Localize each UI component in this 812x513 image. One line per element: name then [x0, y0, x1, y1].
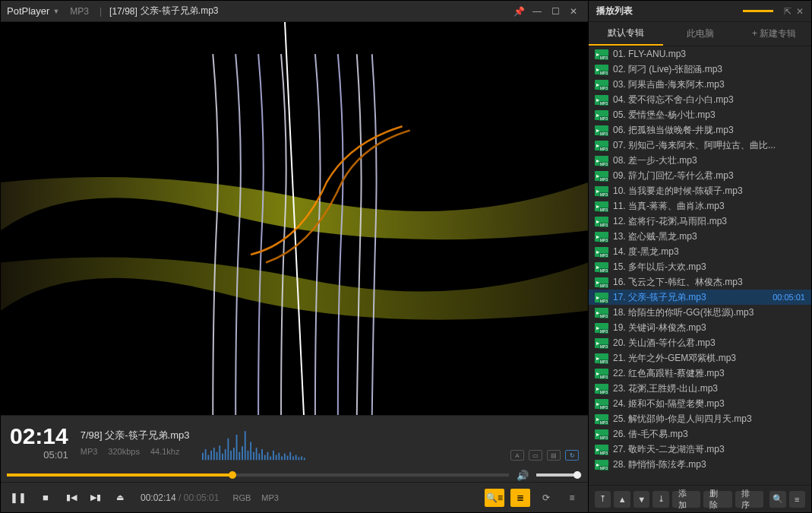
add-button[interactable]: 添加 [672, 491, 700, 508]
playlist-item[interactable]: 15. 多年以后-大欢.mp3 [589, 259, 811, 274]
svg-rect-15 [239, 452, 240, 460]
tab-default-album[interactable]: 默认专辑 [589, 22, 663, 46]
playlist-item[interactable]: 26. 借-毛不易.mp3 [589, 426, 811, 442]
svg-rect-37 [301, 457, 302, 461]
info-badge-x[interactable]: ▤ [547, 450, 561, 461]
playlist-item-label: 10. 当我要走的时候-陈硕子.mp3 [613, 185, 805, 198]
mp3-icon [595, 338, 608, 348]
menu-button[interactable]: ≡ [562, 489, 582, 507]
playlist-item[interactable]: 03. 阿果吉曲-海来阿木.mp3 [589, 77, 811, 92]
playlist-item[interactable]: 27. 敬昨天-二龙湖浩哥.mp3 [589, 442, 811, 457]
total-time-large: 05:01 [10, 449, 68, 461]
playlist-item[interactable]: 18. 给陌生的你听-GG(张思源).mp3 [589, 305, 811, 320]
move-down-button[interactable]: ▼ [633, 491, 649, 508]
playlist-item-label: 25. 解忧邵帅-你是人间四月天.mp3 [613, 413, 805, 426]
titlebar[interactable]: PotPlayer ▼ MP3 | [17/98]父亲-筷子兄弟.mp3 📌 —… [1, 1, 588, 22]
volume-bar[interactable] [536, 473, 582, 477]
playlist-pin-button[interactable]: ⇱ [784, 6, 791, 17]
playlist-item[interactable]: 28. 静悄悄-陈泫孝.mp3 [589, 457, 811, 472]
mp3-icon [595, 201, 608, 211]
playlist-item-label: 18. 给陌生的你听-GG(张思源).mp3 [613, 306, 805, 319]
info-badge-hw[interactable]: ▭ [529, 450, 542, 461]
playlist-item-label: 08. 差一步-大壮.mp3 [613, 154, 805, 167]
tab-this-pc[interactable]: 此电脑 [663, 22, 738, 46]
prev-button[interactable]: ▮◀ [62, 487, 81, 508]
stop-button[interactable]: ■ [34, 487, 57, 508]
move-bottom-button[interactable]: ⤓ [652, 491, 668, 508]
minimize-button[interactable]: — [529, 3, 545, 20]
mp3-icon [595, 384, 608, 394]
maximize-button[interactable]: ☐ [547, 3, 564, 20]
volume-icon[interactable]: 🔊 [517, 470, 529, 481]
playlist-item[interactable]: 21. 光年之外-GEM邓紫棋.mp3 [589, 350, 811, 366]
playlist-item[interactable]: 24. 姬和不如-隔壁老樊.mp3 [589, 396, 811, 411]
playlist-item[interactable]: 20. 关山酒-等什么君.mp3 [589, 335, 811, 350]
mp3-icon [595, 323, 608, 333]
playlist-item[interactable]: 02. 阿刁 (Live)-张韶涵.mp3 [589, 62, 811, 77]
move-top-button[interactable]: ⤒ [595, 491, 611, 508]
playlist-item-label: 24. 姬和不如-隔壁老樊.mp3 [613, 397, 805, 410]
svg-rect-18 [247, 451, 248, 460]
mp3-icon [595, 399, 608, 409]
playlist-menu-button[interactable]: ≡ [789, 491, 805, 508]
playlist-item[interactable]: 14. 度-黑龙.mp3 [589, 244, 811, 259]
next-button[interactable]: ▶▮ [86, 487, 106, 508]
playlist-item[interactable]: 04. 爱不得忘不舍-白小白.mp3 [589, 92, 811, 107]
volume-knob[interactable] [573, 471, 581, 479]
playlist[interactable]: 01. FLY-ANU.mp302. 阿刁 (Live)-张韶涵.mp303. … [589, 46, 811, 485]
svg-rect-21 [255, 448, 257, 460]
playlist-item[interactable]: 10. 当我要走的时候-陈硕子.mp3 [589, 183, 811, 198]
delete-button[interactable]: 删除 [703, 491, 731, 508]
playlist-item[interactable]: 22. 红色高跟鞋-蔡健雅.mp3 [589, 366, 811, 381]
chevron-down-icon[interactable]: ▼ [52, 8, 59, 15]
playlist-item[interactable]: 11. 当真-蒋蒋、曲肖冰.mp3 [589, 198, 811, 214]
seek-knob[interactable] [229, 471, 236, 479]
playlist-title: 播放列表 [596, 5, 633, 17]
playlist-item[interactable]: 17. 父亲-筷子兄弟.mp300:05:01 [589, 290, 811, 305]
svg-rect-14 [235, 435, 237, 460]
playlist-search-button[interactable]: 🔍 [769, 491, 785, 508]
playlist-item[interactable]: 16. 飞云之下-韩红、林俊杰.mp3 [589, 274, 811, 290]
waveform[interactable] [202, 420, 498, 464]
sort-button[interactable]: 排序 [735, 491, 763, 508]
playlist-item[interactable]: 25. 解忧邵帅-你是人间四月天.mp3 [589, 411, 811, 426]
playlist-item[interactable]: 01. FLY-ANU.mp3 [589, 46, 811, 62]
player-window: PotPlayer ▼ MP3 | [17/98]父亲-筷子兄弟.mp3 📌 —… [0, 0, 589, 513]
playlist-item[interactable]: 07. 别知己-海来阿木、阿呷拉古、曲比... [589, 138, 811, 153]
playlist-item-label: 27. 敬昨天-二龙湖浩哥.mp3 [613, 443, 805, 456]
playlist-item[interactable]: 06. 把孤独当做晚餐-井胧.mp3 [589, 122, 811, 138]
playlist-item[interactable]: 19. 关键词-林俊杰.mp3 [589, 320, 811, 335]
visualization[interactable] [1, 22, 588, 415]
playlist-footer: ⤒ ▲ ▼ ⤓ 添加 删除 排序 🔍 ≡ [589, 485, 811, 512]
info-badge-a[interactable]: A [510, 450, 524, 461]
pin-button[interactable]: 📌 [510, 3, 527, 20]
seek-bar[interactable] [7, 473, 509, 477]
tab-new-album[interactable]: + 新建专辑 [737, 22, 811, 46]
mp3-icon [595, 171, 608, 181]
app-name[interactable]: PotPlayer [7, 5, 49, 17]
svg-rect-11 [227, 439, 229, 461]
playlist-tabs: 默认专辑 此电脑 + 新建专辑 [589, 22, 811, 46]
info-badge-rotate[interactable]: ↻ [565, 450, 579, 461]
playlist-item[interactable]: 09. 辞九门回忆-等什么君.mp3 [589, 168, 811, 183]
svg-rect-6 [213, 448, 214, 460]
playlist-item-label: 02. 阿刁 (Live)-张韶涵.mp3 [613, 63, 805, 76]
move-up-button[interactable]: ▲ [614, 491, 630, 508]
playlist-item[interactable]: 12. 盗将行-花粥,马雨阳.mp3 [589, 214, 811, 229]
playlist-item[interactable]: 13. 盗心贼-黑龙.mp3 [589, 229, 811, 244]
pause-button[interactable]: ❚❚ [7, 487, 30, 508]
playlist-item-label: 22. 红色高跟鞋-蔡健雅.mp3 [613, 367, 805, 380]
playlist-item-label: 14. 度-黑龙.mp3 [613, 245, 805, 258]
playlist-toggle-button[interactable]: ≣ [510, 489, 530, 507]
playlist-item[interactable]: 23. 花粥,王胜娚-出山.mp3 [589, 381, 811, 396]
playlist-close-button[interactable]: ✕ [796, 6, 804, 17]
mp3-icon [595, 414, 608, 424]
playlist-item[interactable]: 05. 爱情堡垒-杨小壮.mp3 [589, 107, 811, 122]
playlist-item[interactable]: 08. 差一步-大壮.mp3 [589, 153, 811, 168]
close-button[interactable]: ✕ [565, 3, 582, 20]
cycle-button[interactable]: ⟳ [536, 489, 556, 507]
search-list-button[interactable]: 🔍≡ [485, 489, 504, 507]
playlist-item-label: 15. 多年以后-大欢.mp3 [613, 261, 805, 274]
eject-button[interactable]: ⏏ [110, 487, 130, 508]
playlist-item-duration: 00:05:01 [773, 293, 805, 302]
